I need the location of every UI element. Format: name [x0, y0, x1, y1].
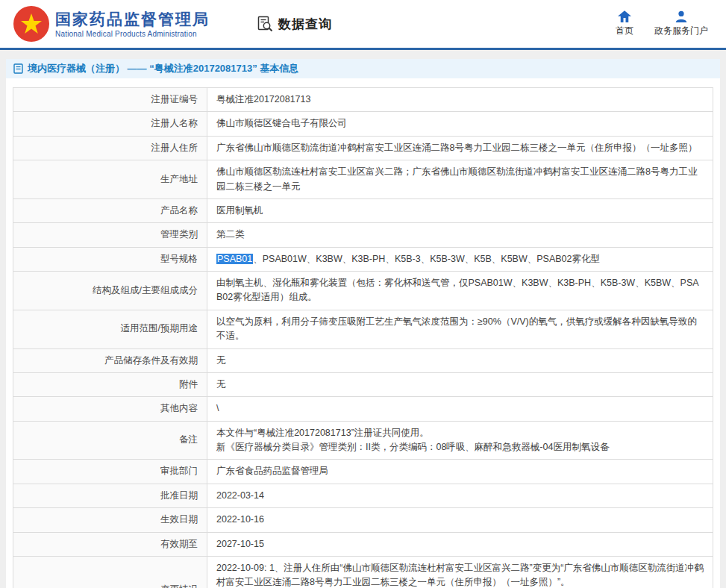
row-value: 佛山市顺德区勒流连杜村富安工业区富兴二路；广东省佛山市顺德区勒流街道冲鹤村富安工… — [207, 160, 713, 199]
table-row: 管理类别第二类 — [13, 223, 713, 247]
row-value: 无 — [207, 348, 713, 372]
row-label: 结构及组成/主要组成成分 — [13, 272, 207, 310]
table-row: 生产地址佛山市顺德区勒流连杜村富安工业区富兴二路；广东省佛山市顺德区勒流街道冲鹤… — [13, 160, 713, 199]
row-value: 粤械注准20172081713 — [207, 88, 713, 112]
row-value: 佛山市顺德区键合电子有限公司 — [207, 112, 713, 136]
row-value: 2027-10-15 — [207, 532, 713, 556]
row-label: 注册证编号 — [13, 88, 207, 112]
row-label: 批准日期 — [13, 484, 207, 507]
nav-portal[interactable]: 政务服务门户 — [654, 10, 708, 37]
table-row: 备注本文件与“粤械注准20172081713”注册证共同使用。 新《医疗器械分类… — [13, 421, 713, 460]
brand: 国家药品监督管理局 National Medical Products Admi… — [13, 6, 210, 42]
table-row: 批准日期2022-03-14 — [13, 484, 713, 507]
row-label: 其他内容 — [13, 397, 207, 421]
selected-text-highlight: PSAB01 — [216, 254, 253, 264]
row-value: 2022-10-09: 1、注册人住所由“佛山市顺德区勒流连杜村富安工业区富兴二… — [207, 556, 713, 588]
header-divider — [0, 48, 726, 50]
nav-home-label: 首页 — [616, 25, 633, 37]
content-panel: 境内医疗器械（注册） —— “粤械注准20172081713” 基本信息 注册证… — [6, 59, 720, 588]
page-title-bar: 境内医疗器械（注册） —— “粤械注准20172081713” 基本信息 — [6, 59, 720, 78]
home-icon — [618, 10, 631, 22]
row-value: 本文件与“粤械注准20172081713”注册证共同使用。 新《医疗器械分类目录… — [207, 421, 713, 460]
org-name-cn: 国家药品监督管理局 — [55, 10, 210, 29]
table-row: 附件无 — [13, 372, 713, 396]
row-value: 医用制氧机 — [207, 198, 713, 222]
row-label: 附件 — [13, 372, 207, 396]
table-row: 审批部门广东省食品药品监督管理局 — [13, 460, 713, 484]
table-row: 有效期至2027-10-15 — [13, 532, 713, 556]
table-row: 注册人住所广东省佛山市顺德区勒流街道冲鹤村富安工业区连涌二路8号粤力工业园二栋三… — [13, 136, 713, 160]
table-row: 注册人名称佛山市顺德区键合电子有限公司 — [13, 112, 713, 136]
row-label: 注册人住所 — [13, 136, 207, 160]
table-row: 注册证编号粤械注准20172081713 — [13, 88, 713, 112]
row-label: 管理类别 — [13, 223, 207, 247]
row-label: 审批部门 — [13, 460, 207, 484]
row-value: 第二类 — [207, 223, 713, 247]
row-value: PSAB01、PSAB01W、K3BW、K3B-PH、K5B-3、K5B-3W、… — [207, 247, 713, 271]
org-name-en: National Medical Products Administration — [55, 30, 210, 38]
row-value: 无 — [207, 372, 713, 396]
section-title-block: 数据查询 — [256, 15, 332, 33]
main-content: 境内医疗器械（注册） —— “粤械注准20172081713” 基本信息 注册证… — [0, 59, 726, 588]
row-value: 广东省佛山市顺德区勒流街道冲鹤村富安工业区连涌二路8号粤力工业园二栋三楼之一单元… — [207, 136, 713, 160]
document-icon — [13, 63, 23, 74]
row-label: 变更情况 — [13, 556, 207, 588]
registration-info-table: 注册证编号粤械注准20172081713注册人名称佛山市顺德区键合电子有限公司注… — [13, 87, 713, 588]
row-label: 生效日期 — [13, 508, 207, 532]
row-value: 2022-10-16 — [207, 508, 713, 532]
person-icon — [675, 10, 687, 22]
section-title: 数据查询 — [278, 16, 332, 33]
table-row: 生效日期2022-10-16 — [13, 508, 713, 532]
row-label: 适用范围/预期用途 — [13, 310, 207, 348]
table-row: 产品储存条件及有效期无 — [13, 348, 713, 372]
table-row: 产品名称医用制氧机 — [13, 198, 713, 222]
nav-home[interactable]: 首页 — [616, 10, 633, 37]
row-value: 广东省食品药品监督管理局 — [207, 460, 713, 484]
row-label: 型号规格 — [13, 247, 207, 271]
table-row: 适用范围/预期用途以空气为原料，利用分子筛变压吸附工艺生产氧气浓度范围为：≥90… — [13, 310, 713, 348]
nmpa-emblem-logo — [13, 6, 49, 42]
row-label: 生产地址 — [13, 160, 207, 199]
table-row: 型号规格PSAB01、PSAB01W、K3BW、K3B-PH、K5B-3、K5B… — [13, 247, 713, 271]
table-row: 其他内容\ — [13, 397, 713, 421]
brand-text: 国家药品监督管理局 National Medical Products Admi… — [55, 10, 210, 37]
row-value: \ — [207, 397, 713, 421]
site-header: 国家药品监督管理局 National Medical Products Admi… — [0, 0, 726, 48]
row-value: 以空气为原料，利用分子筛变压吸附工艺生产氧气浓度范围为：≥90%（V/V)的氧气… — [207, 310, 713, 348]
row-value: 由制氧主机、湿化瓶和雾化装置（包括：雾化杯和送气管，仅PSAB01W、K3BW、… — [207, 272, 713, 310]
table-row: 结构及组成/主要组成成分由制氧主机、湿化瓶和雾化装置（包括：雾化杯和送气管，仅P… — [13, 272, 713, 310]
row-label: 有效期至 — [13, 532, 207, 556]
row-value: 2022-03-14 — [207, 484, 713, 507]
national-emblem-icon — [19, 11, 44, 37]
table-row: 变更情况2022-10-09: 1、注册人住所由“佛山市顺德区勒流连杜村富安工业… — [13, 556, 713, 588]
row-label: 注册人名称 — [13, 112, 207, 136]
row-label: 产品储存条件及有效期 — [13, 348, 207, 372]
top-nav: 首页 政务服务门户 — [616, 10, 708, 37]
nav-portal-label: 政务服务门户 — [654, 25, 708, 37]
page-title: 境内医疗器械（注册） —— “粤械注准20172081713” 基本信息 — [28, 62, 298, 75]
row-label: 产品名称 — [13, 198, 207, 222]
row-label: 备注 — [13, 421, 207, 460]
data-query-icon — [256, 15, 274, 33]
